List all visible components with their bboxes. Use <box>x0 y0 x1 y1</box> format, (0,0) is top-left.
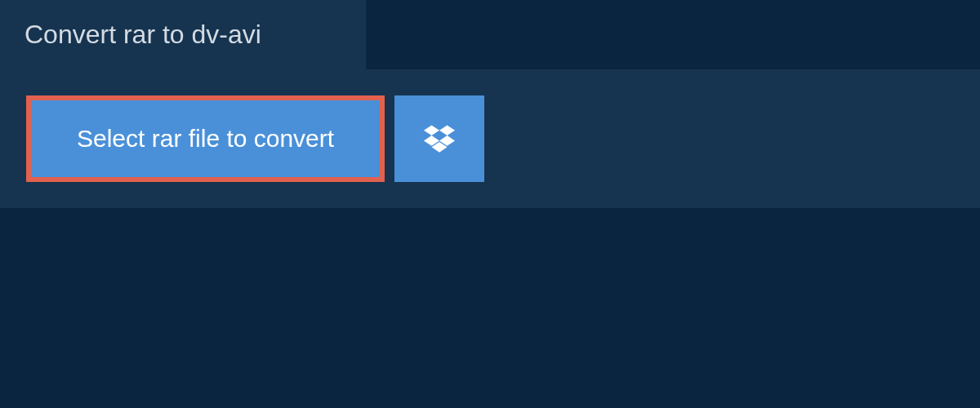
select-file-label: Select rar file to convert <box>77 125 334 152</box>
dropbox-button[interactable] <box>394 95 484 182</box>
select-file-highlight: Select rar file to convert <box>26 95 385 182</box>
select-file-button[interactable]: Select rar file to convert <box>31 100 380 177</box>
header-tab: Convert rar to dv-avi <box>0 0 366 69</box>
content-panel: Select rar file to convert <box>0 69 980 208</box>
page-title: Convert rar to dv-avi <box>24 20 341 50</box>
button-row: Select rar file to convert <box>26 95 954 182</box>
dropbox-icon <box>424 125 455 153</box>
